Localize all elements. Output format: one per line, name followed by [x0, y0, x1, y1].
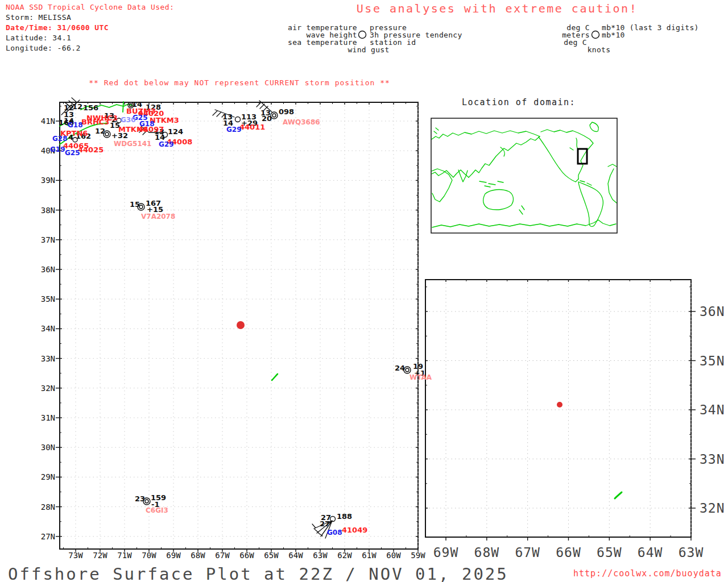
map-label: 44011 — [239, 123, 265, 131]
map-label: V7A2078 — [141, 213, 175, 221]
detail-map-lon-label: 69W — [433, 545, 459, 560]
main-map-lat-label: 31N — [41, 413, 55, 422]
detail-map-lon-label: 66W — [556, 545, 581, 560]
main-map-lat-label: 28N — [41, 502, 55, 512]
detail-map-lat-label: 35N — [700, 354, 725, 368]
map-label: 24 — [395, 364, 405, 372]
storm-dot-main — [237, 321, 245, 329]
world-coastline — [541, 130, 593, 179]
main-map-lon-label: 67W — [215, 551, 229, 560]
storm-dot-detail — [557, 402, 562, 408]
detail-map-lon-label: 65W — [597, 545, 622, 560]
legend-station-id: station id — [370, 38, 416, 47]
map-label: 15 — [130, 200, 140, 209]
main-map-lon-label: 65W — [264, 551, 278, 560]
station-circle — [105, 132, 109, 136]
buoy-plot-page: NOAA SSD Tropical Cyclone Data Used: Sto… — [0, 0, 728, 582]
detail-map-lat-label: 32N — [700, 501, 725, 516]
world-coastline — [570, 138, 578, 150]
main-map-lon-label: 72W — [93, 551, 107, 560]
world-coastline — [590, 122, 598, 131]
map-label: 20 — [262, 114, 272, 123]
map-label: G29 — [159, 140, 174, 148]
detail-map-lon-label: 63W — [679, 545, 704, 560]
main-map-lon-label: 63W — [313, 551, 327, 560]
detail-map-lon-label: 67W — [515, 545, 540, 560]
legend-circle-right — [592, 31, 599, 39]
main-map-lat-label: 38N — [41, 206, 55, 215]
world-coastline — [432, 131, 540, 139]
map-label: AWQ3686 — [283, 118, 320, 126]
main-map-lat-label: 36N — [41, 265, 55, 274]
map-label: 156 — [83, 103, 98, 112]
main-map-lat-label: 41N — [41, 117, 55, 126]
world-coastline — [479, 181, 503, 187]
detail-map-lon-label: 68W — [474, 545, 500, 560]
main-map-lon-label: 66W — [239, 551, 254, 560]
domain-box — [578, 149, 587, 164]
station-circle — [272, 114, 276, 117]
map-label: G18 — [139, 120, 155, 128]
main-map-lat-label: 32N — [41, 384, 55, 393]
map-label: 098 — [279, 107, 294, 116]
caution-warning: Use analyses with extreme caution! — [357, 2, 638, 15]
map-label: BRHC3 — [81, 118, 109, 126]
map-label: G25 — [65, 149, 80, 157]
map-label: C6GI3 — [146, 506, 168, 514]
main-map-lon-label: 64W — [288, 551, 303, 560]
header-source: NOAA SSD Tropical Cyclone Data Used: — [6, 3, 174, 11]
legend-circle-center — [359, 31, 366, 39]
map-label: 124 — [168, 127, 183, 136]
main-map-lat-label: 30N — [41, 443, 55, 452]
main-map-lon-label: 60W — [386, 551, 400, 560]
legend-unit-mb10: mb*10 — [602, 31, 625, 39]
header-storm: Storm: MELISSA — [6, 13, 71, 22]
bermuda-detail — [615, 492, 622, 498]
header-longitude: Longitude: -66.2 — [6, 44, 81, 52]
map-label: 23 — [135, 494, 145, 503]
legend-unit-degc-sea: deg C — [564, 38, 587, 47]
legend-unit-knots: knots — [588, 45, 611, 54]
map-label: WDG5141 — [114, 140, 151, 148]
map-label: G08 — [327, 529, 342, 537]
source-url-link[interactable]: http://coolwx.com/buoydata — [573, 568, 722, 579]
world-coastline — [432, 220, 616, 227]
map-label: G29 — [226, 126, 242, 134]
detail-map-frame — [425, 280, 691, 537]
detail-map-lon-label: 64W — [638, 545, 663, 560]
detail-map-lat-label: 34N — [700, 402, 725, 417]
legend-wind-gust: wind gust — [348, 45, 389, 54]
world-coastline — [608, 164, 617, 203]
main-map-lon-label: 69W — [166, 551, 180, 560]
world-coastline — [483, 190, 514, 210]
map-label: WTAA — [410, 373, 432, 381]
inset-title: Location of domain: — [462, 97, 576, 107]
map-label: 27 — [320, 519, 330, 528]
main-map-lat-label: 35N — [41, 294, 55, 304]
map-label: 12 — [95, 127, 105, 135]
world-coastline — [434, 128, 439, 134]
main-map-lon-label: 62W — [337, 551, 351, 560]
header-datetime: Date/Time: 31/0600 UTC — [6, 23, 109, 32]
map-label: 12 — [72, 102, 82, 111]
main-map-lat-label: 39N — [41, 176, 55, 185]
main-map-lon-label: 73W — [68, 551, 82, 560]
station-circle — [406, 368, 409, 372]
map-label: 41049 — [342, 526, 367, 534]
main-map-lat-label: 33N — [41, 354, 55, 363]
world-coastline — [519, 206, 524, 214]
plot-title: Offshore Surface Plot at 22Z / NOV 01, 2… — [8, 564, 508, 582]
main-map-lat-label: 27N — [41, 532, 55, 541]
coastline — [123, 102, 123, 112]
map-label: 44025 — [78, 146, 104, 154]
map-label: G19 — [50, 146, 65, 153]
main-map-lat-label: 29N — [41, 472, 55, 481]
detail-map-lat-label: 33N — [700, 452, 725, 467]
world-coastline — [469, 136, 540, 177]
main-map-lon-label: 68W — [191, 551, 205, 560]
main-map-lon-label: 61W — [362, 551, 376, 560]
bermuda-main — [272, 374, 278, 380]
map-label: G18 — [68, 121, 83, 129]
world-coastline — [578, 182, 603, 226]
header-latitude: Latitude: 34.1 — [6, 34, 71, 42]
